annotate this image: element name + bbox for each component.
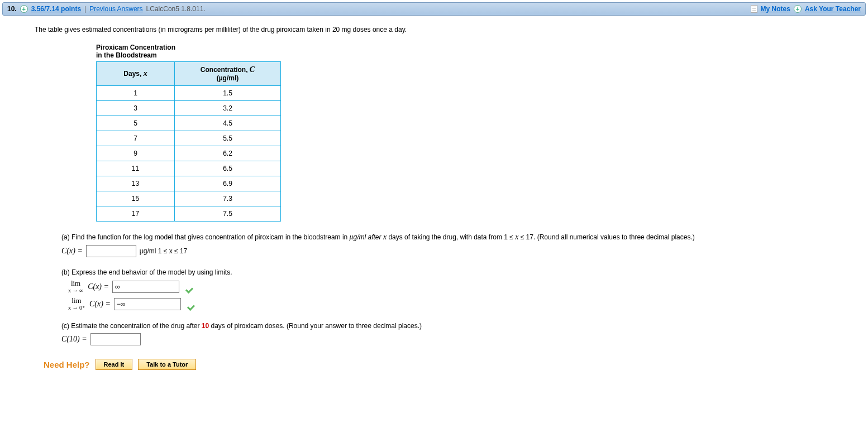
points-link[interactable]: 3.56/7.14 points xyxy=(31,5,81,13)
part-b-limit2: lim x → 0⁺ C(x) = xyxy=(68,297,833,311)
part-a-answer: C(x) = µg/ml 1 ≤ x ≤ 17 xyxy=(61,245,833,257)
cell-concentration: 6.2 xyxy=(175,146,281,161)
part-a-text: (a) Find the function for the log model … xyxy=(61,233,833,242)
table-row: 177.5 xyxy=(97,206,281,222)
question-id: LCalcCon5 1.8.011. xyxy=(146,5,206,13)
table-title-2: in the Bloodstream xyxy=(96,51,833,59)
read-it-button[interactable]: Read It xyxy=(96,359,133,370)
cell-concentration: 7.3 xyxy=(175,191,281,206)
c10-label: C(10) = xyxy=(61,335,87,344)
cell-days: 17 xyxy=(97,206,175,222)
part-b-input-1[interactable] xyxy=(112,281,179,293)
cell-days: 13 xyxy=(97,176,175,191)
expand-icon[interactable]: + xyxy=(20,5,28,13)
check-icon xyxy=(188,299,198,309)
col-days: Days, x xyxy=(97,62,175,86)
cell-concentration: 4.5 xyxy=(175,116,281,131)
header-left: 10. + 3.56/7.14 points | Previous Answer… xyxy=(7,5,206,13)
header-right: My Notes + Ask Your Teacher xyxy=(751,5,861,13)
previous-answers-link[interactable]: Previous Answers xyxy=(89,5,142,13)
table-row: 33.2 xyxy=(97,101,281,116)
table-row: 136.9 xyxy=(97,176,281,191)
cell-concentration: 6.9 xyxy=(175,176,281,191)
col-concentration: Concentration, C (µg/ml) xyxy=(175,62,281,86)
concentration-table: Days, x Concentration, C (µg/ml) 11.533.… xyxy=(96,61,281,222)
table-row: 96.2 xyxy=(97,146,281,161)
part-c-input[interactable] xyxy=(90,333,141,345)
question-number: 10. xyxy=(7,5,17,13)
cell-days: 7 xyxy=(97,131,175,146)
separator: | xyxy=(84,5,86,13)
my-notes-link[interactable]: My Notes xyxy=(761,5,790,13)
part-a-unit: µg/ml 1 ≤ x ≤ 17 xyxy=(140,247,187,255)
need-help-label: Need Help? xyxy=(44,360,90,369)
data-table-block: Piroxicam Concentration in the Bloodstre… xyxy=(96,44,833,222)
cell-days: 5 xyxy=(97,116,175,131)
part-c-text: (c) Estimate the concentration of the dr… xyxy=(61,322,833,330)
table-title-1: Piroxicam Concentration xyxy=(96,44,833,51)
question-content: The table gives estimated concentrations… xyxy=(0,18,868,381)
cell-concentration: 5.5 xyxy=(175,131,281,146)
check-icon xyxy=(186,282,196,292)
part-b-input-2[interactable] xyxy=(114,298,181,310)
part-b-text: (b) Express the end behavior of the mode… xyxy=(61,268,833,276)
cell-concentration: 1.5 xyxy=(175,86,281,101)
cell-days: 15 xyxy=(97,191,175,206)
cell-days: 3 xyxy=(97,101,175,116)
table-row: 157.3 xyxy=(97,191,281,206)
notes-icon xyxy=(751,5,757,13)
part-b-limit1: lim x → ∞ C(x) = xyxy=(68,280,833,294)
plus-icon[interactable]: + xyxy=(794,5,802,13)
part-c-answer: C(10) = xyxy=(61,333,833,345)
limit-2: lim x → 0⁺ xyxy=(68,297,85,311)
cell-days: 9 xyxy=(97,146,175,161)
cell-concentration: 3.2 xyxy=(175,101,281,116)
intro-text: The table gives estimated concentrations… xyxy=(35,26,833,33)
ask-teacher-link[interactable]: Ask Your Teacher xyxy=(805,5,861,13)
cell-days: 11 xyxy=(97,161,175,176)
cx-label: C(x) = xyxy=(61,247,83,256)
part-a-input[interactable] xyxy=(86,245,136,257)
limit-1: lim x → ∞ xyxy=(68,280,83,294)
cell-concentration: 6.5 xyxy=(175,161,281,176)
table-row: 11.5 xyxy=(97,86,281,101)
need-help-row: Need Help? Read It Talk to a Tutor xyxy=(44,359,833,370)
table-row: 116.5 xyxy=(97,161,281,176)
question-header: 10. + 3.56/7.14 points | Previous Answer… xyxy=(2,2,866,16)
table-row: 54.5 xyxy=(97,116,281,131)
table-row: 75.5 xyxy=(97,131,281,146)
cell-concentration: 7.5 xyxy=(175,206,281,222)
talk-tutor-button[interactable]: Talk to a Tutor xyxy=(138,359,196,370)
cell-days: 1 xyxy=(97,86,175,101)
